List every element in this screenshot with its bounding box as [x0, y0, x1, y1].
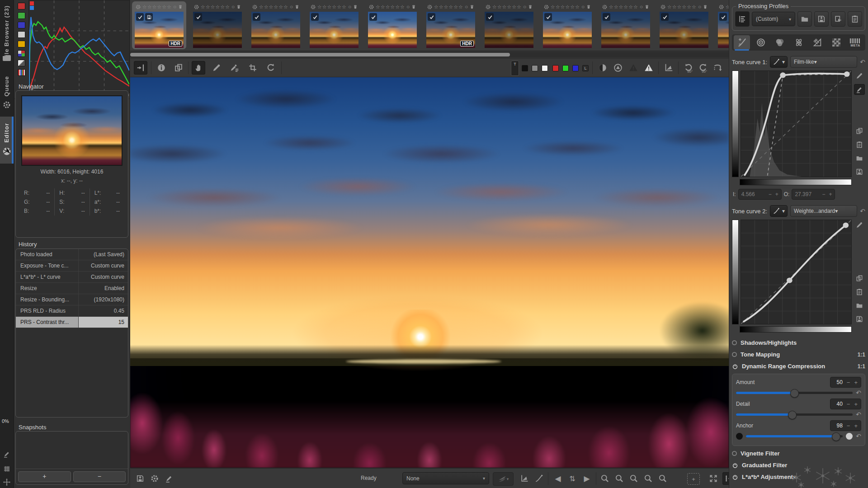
luminosity-preview[interactable]: L [582, 65, 589, 71]
save-image-button[interactable] [134, 472, 146, 485]
reset-curve-2-icon[interactable]: ↶ [860, 207, 865, 215]
gear-icon[interactable] [368, 4, 374, 10]
next-image-button[interactable]: ▶ [580, 472, 593, 485]
load-curve-icon[interactable] [854, 153, 865, 164]
slider-track[interactable] [736, 392, 853, 394]
rating-stars[interactable]: ☆☆☆☆☆☆ [667, 4, 697, 10]
tone-curve-2-editor[interactable] [741, 220, 852, 324]
pencil-icon[interactable] [3, 450, 11, 458]
edit-point-icon[interactable] [854, 70, 865, 81]
image-info-button[interactable] [155, 61, 168, 75]
slider-thumb[interactable] [790, 389, 799, 398]
theme-toggle[interactable]: T [511, 61, 519, 76]
check-icon[interactable] [194, 13, 202, 21]
power-off-icon[interactable] [732, 451, 737, 456]
paste-profile-button[interactable] [848, 11, 862, 27]
load-curve-icon[interactable] [854, 300, 865, 311]
hand-tool-button[interactable] [192, 61, 205, 75]
slider-thumb[interactable] [788, 411, 797, 419]
tool-section-header[interactable]: Graduated Filter [732, 460, 865, 471]
green-channel-preview[interactable] [562, 65, 569, 71]
thumbnail-image[interactable]: HDR [135, 12, 184, 48]
thumbnail-image[interactable] [368, 12, 417, 48]
histogram-chroma-toggle[interactable] [18, 41, 25, 47]
send-to-editor-button[interactable] [163, 472, 175, 485]
tab-file-browser[interactable]: File Browser (23) [3, 5, 10, 61]
tab-transform[interactable] [809, 35, 826, 50]
histogram-rgb-toggle[interactable] [18, 50, 25, 57]
check-icon[interactable] [486, 13, 494, 21]
histogram-raw-toggle[interactable] [18, 60, 25, 66]
slider-track[interactable] [746, 435, 843, 437]
hide-left-panel-button[interactable] [134, 61, 147, 75]
gear-icon[interactable] [427, 4, 433, 10]
thumbnail-image[interactable] [310, 12, 359, 48]
zoom-fit-button[interactable] [642, 472, 655, 485]
gear-icon[interactable] [485, 4, 491, 10]
color-label-icon[interactable]: ○ [581, 4, 585, 10]
gear-icon[interactable] [660, 4, 666, 10]
gear-icon[interactable] [193, 4, 199, 10]
tab-exposure[interactable] [734, 35, 750, 50]
filmstrip-thumbnail[interactable]: ☆☆☆☆☆☆ ○ HDR [132, 1, 186, 49]
power-off-icon[interactable] [732, 340, 737, 345]
save-profile-button[interactable] [814, 11, 829, 27]
copy-curve-icon[interactable] [854, 126, 865, 136]
histogram-red-toggle[interactable] [18, 3, 25, 9]
snapshots-list[interactable] [16, 432, 128, 469]
thumbnail-image[interactable]: HDR [426, 12, 475, 48]
rating-stars[interactable]: ☆☆☆☆☆☆ [259, 4, 288, 10]
curve-1-point[interactable] [780, 72, 786, 78]
rating-stars[interactable]: ☆☆☆☆☆☆ [551, 4, 580, 10]
reset-slider-icon[interactable]: ↶ [856, 411, 861, 418]
tool-section-header[interactable]: Tone Mapping1:1 [732, 349, 865, 360]
histogram-luminance-toggle[interactable] [18, 31, 25, 38]
queue-processing-button[interactable] [148, 472, 161, 485]
rating-stars[interactable]: ☆☆☆☆☆☆ [609, 4, 638, 10]
tool-section-header[interactable]: Shadows/Highlights [732, 337, 865, 348]
trash-icon[interactable] [411, 4, 416, 9]
tool-section-header[interactable]: Dynamic Range Compression1:1 [732, 361, 865, 372]
white-point-dot[interactable] [846, 433, 853, 440]
edit-point-icon[interactable] [854, 220, 865, 230]
check-icon[interactable] [544, 13, 552, 21]
slider-value-spinner[interactable]: 98−+ [830, 420, 861, 431]
color-label-icon[interactable]: ○ [290, 4, 293, 10]
rating-stars[interactable]: ☆☆☆☆☆☆ [492, 4, 522, 10]
curve-2-point[interactable] [787, 277, 793, 283]
rating-stars[interactable]: ☆☆☆☆☆☆ [376, 4, 405, 10]
black-point-dot[interactable] [736, 433, 743, 440]
rating-stars[interactable]: ☆☆☆☆☆☆ [201, 4, 230, 10]
monitor-profile-dropdown[interactable]: None ▾ [402, 472, 489, 484]
grid-icon[interactable] [3, 465, 11, 473]
save-curve-icon[interactable] [854, 166, 865, 177]
load-profile-button[interactable] [797, 11, 812, 27]
add-snapshot-button[interactable]: + [18, 471, 71, 482]
preview-profile-button[interactable] [662, 61, 675, 75]
gear-icon[interactable] [543, 4, 549, 10]
history-row[interactable]: PRS RLD - Radius0.45 [16, 305, 128, 317]
check-icon[interactable] [661, 13, 669, 21]
curve-mode-2-dropdown[interactable]: Weighte...andard▾ [790, 205, 857, 217]
straighten-tool-button[interactable] [264, 61, 278, 75]
histogram-green-toggle[interactable] [18, 12, 25, 19]
history-row[interactable]: ResizeEnabled [16, 283, 128, 294]
filmstrip-thumbnail[interactable]: ☆☆☆☆☆☆ ○ [249, 1, 303, 49]
color-label-icon[interactable]: ○ [406, 4, 410, 10]
gear-icon[interactable] [718, 4, 724, 10]
check-icon[interactable] [253, 13, 260, 21]
copy-curve-icon[interactable] [854, 273, 865, 284]
slider-track[interactable] [736, 413, 853, 416]
gear-icon[interactable] [602, 4, 608, 10]
main-image-canvas[interactable] [130, 77, 729, 468]
curve-1-point[interactable] [844, 71, 850, 77]
paste-curve-icon[interactable] [854, 286, 865, 297]
thumbnail-image[interactable] [543, 12, 592, 48]
power-on-icon[interactable] [732, 474, 738, 480]
color-label-icon[interactable]: ○ [698, 4, 701, 10]
bg-white-swatch[interactable] [542, 65, 548, 71]
thumbnail-image[interactable] [251, 12, 300, 48]
highlight-clipping-button[interactable] [642, 61, 656, 75]
check-icon[interactable] [369, 13, 377, 21]
profile-fill-mode-button[interactable] [735, 11, 750, 27]
